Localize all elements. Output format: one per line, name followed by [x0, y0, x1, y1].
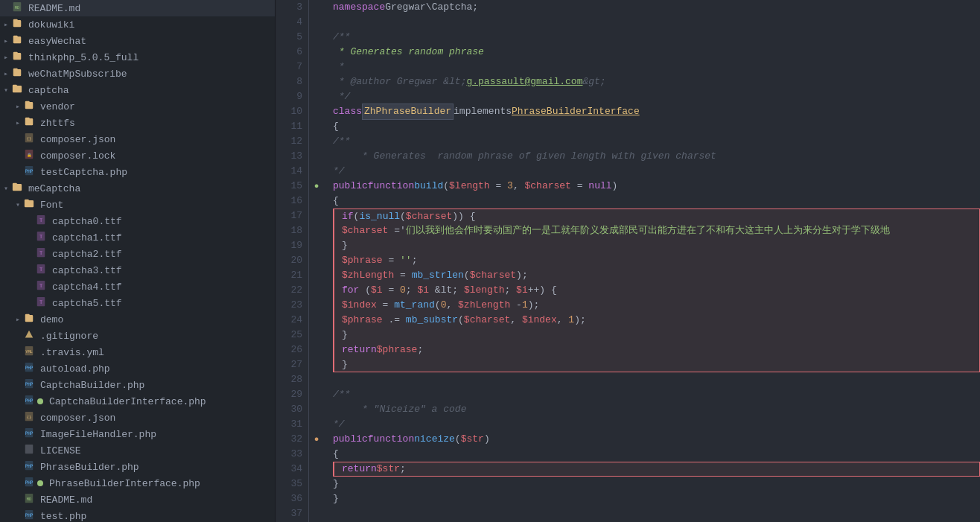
gutter-icon — [309, 104, 324, 119]
sidebar-item-weChatMpSubscribe[interactable]: ▸weChatMpSubscribe — [0, 66, 275, 82]
sidebar-item-label: .gitignore — [40, 331, 98, 342]
sidebar-item-captcha5-ttf[interactable]: Tcaptcha5.ttf — [0, 295, 275, 311]
sidebar-item-label: PhraseBuilder.php — [40, 462, 139, 473]
gutter-icon — [309, 343, 324, 357]
chevron-icon: ▸ — [0, 35, 12, 47]
sidebar-item-captcha3-ttf[interactable]: Tcaptcha3.ttf — [0, 262, 275, 278]
sidebar-item-dokuwiki[interactable]: ▸dokuwiki — [0, 16, 275, 33]
line-number: 35 — [281, 477, 302, 491]
chevron-icon — [12, 346, 24, 358]
chevron-icon — [12, 150, 24, 162]
line-number: 22 — [281, 283, 302, 298]
svg-text:MD: MD — [15, 5, 19, 10]
svg-text:PHP: PHP — [25, 168, 33, 174]
gutter-icon — [309, 298, 324, 313]
gutter-icon: ● — [309, 179, 324, 194]
line-number: 19 — [281, 238, 302, 253]
sidebar-item-composer-json[interactable]: {}composer.json — [0, 131, 275, 147]
gutter-icon — [309, 223, 324, 238]
chevron-icon — [24, 281, 36, 293]
svg-text:T: T — [39, 299, 42, 305]
code-line: if (is_null($charset)) { — [333, 209, 980, 223]
line-number: 20 — [281, 253, 302, 268]
sidebar-item-captcha4-ttf[interactable]: Tcaptcha4.ttf — [0, 278, 275, 295]
gutter-icon: ● — [309, 432, 324, 447]
sidebar-item-README-md[interactable]: MDREADME.md — [0, 491, 275, 508]
file-ttf-icon: T — [36, 264, 46, 277]
sidebar-item-Font[interactable]: ▾Font — [0, 197, 275, 213]
sidebar-item-captcha2-ttf[interactable]: Tcaptcha2.ttf — [0, 246, 275, 262]
sidebar-item-LICENSE[interactable]: LICENSE — [0, 442, 275, 459]
svg-text:PHP: PHP — [25, 430, 33, 436]
chevron-icon: ▾ — [0, 182, 12, 194]
line-number: 24 — [281, 313, 302, 328]
sidebar-item-readme-root[interactable]: MDREADME.md — [0, 0, 275, 16]
sidebar-item-label: vendor — [40, 101, 75, 112]
sidebar-item-meCaptcha[interactable]: ▾meCaptcha — [0, 180, 275, 197]
sidebar-item-label: README.md — [28, 3, 80, 14]
sidebar-item-label: composer.lock — [40, 150, 115, 162]
chevron-icon: ▾ — [0, 84, 12, 96]
chevron-icon: ▾ — [12, 199, 24, 211]
sidebar-item-CaptchaBuilder-php[interactable]: PHPCaptchaBuilder.php — [0, 377, 275, 393]
code-line: class ZhPhraseBuilder implements PhraseB… — [333, 104, 980, 119]
code-line: */ — [333, 164, 980, 179]
folder-icon — [24, 100, 34, 113]
sidebar-item-label: captcha2.ttf — [52, 249, 122, 260]
file-php-icon: PHP — [24, 477, 34, 490]
gutter-icon — [309, 0, 324, 15]
chevron-icon — [12, 363, 24, 375]
svg-text:T: T — [39, 234, 42, 239]
chevron-icon — [12, 510, 24, 522]
svg-text:PHP: PHP — [25, 365, 33, 370]
sidebar-item-captcha1-ttf[interactable]: Tcaptcha1.ttf — [0, 229, 275, 246]
sidebar-item-gitignore[interactable]: .gitignore — [0, 328, 275, 344]
sidebar-item-demo[interactable]: ▸demo — [0, 311, 275, 328]
line-number: 10 — [281, 104, 302, 119]
file-ttf-icon: T — [36, 247, 46, 261]
sidebar: MDREADME.md▸dokuwiki▸easyWechat▸thinkphp… — [0, 0, 276, 522]
gutter-icon — [309, 477, 324, 491]
sidebar-item-label: dokuwiki — [28, 19, 74, 31]
gutter-icon — [309, 387, 324, 402]
sidebar-item-label: captcha — [28, 85, 69, 96]
sidebar-item-composer-json-2[interactable]: {}composer.json — [0, 410, 275, 426]
chevron-icon: ▸ — [12, 117, 24, 129]
sidebar-item-label: ImageFileHandler.php — [40, 429, 156, 440]
line-number: 27 — [281, 357, 302, 372]
svg-rect-33 — [25, 445, 34, 453]
sidebar-item-test-php[interactable]: PHPtest.php — [0, 508, 275, 522]
gutter-icon — [309, 194, 324, 209]
sidebar-item-CaptchaBuilderInterface-php[interactable]: PHPCaptchaBuilderInterface.php — [0, 393, 275, 410]
line-number: 33 — [281, 447, 302, 462]
file-php-icon: PHP — [24, 165, 34, 179]
code-line: */ — [333, 417, 980, 432]
gutter-icon — [309, 74, 324, 89]
file-ttf-icon: T — [36, 231, 46, 244]
sidebar-item-label: composer.json — [40, 413, 115, 424]
gutter-icon — [309, 328, 324, 343]
code-line — [333, 15, 980, 30]
file-txt-icon — [24, 444, 34, 457]
file-gitignore-icon — [24, 329, 34, 343]
sidebar-item-ImageFileHandler-php[interactable]: PHPImageFileHandler.php — [0, 426, 275, 442]
line-number: 32 — [281, 432, 302, 447]
sidebar-item-vendor[interactable]: ▸vendor — [0, 98, 275, 115]
sidebar-item-testCaptcha-php[interactable]: PHPtestCaptcha.php — [0, 164, 275, 180]
sidebar-item-label: thinkphp_5.0.5_full — [28, 52, 139, 63]
sidebar-item-autoload-php[interactable]: PHPautoload.php — [0, 360, 275, 377]
sidebar-item-PhraseBuilder-php[interactable]: PHPPhraseBuilder.php — [0, 459, 275, 475]
sidebar-item-easyWechat[interactable]: ▸easyWechat — [0, 33, 275, 49]
sidebar-item-thinkphp_5.0.5_full[interactable]: ▸thinkphp_5.0.5_full — [0, 49, 275, 66]
sidebar-item-zhttfs[interactable]: ▸zhttfs — [0, 115, 275, 131]
line-number: 13 — [281, 149, 302, 164]
chevron-icon: ▸ — [0, 19, 12, 31]
gutter-icon — [309, 357, 324, 372]
line-number: 11 — [281, 119, 302, 134]
code-line: } — [333, 357, 980, 372]
sidebar-item-composer-lock[interactable]: 🔒composer.lock — [0, 147, 275, 164]
sidebar-item-travis[interactable]: YML.travis.yml — [0, 344, 275, 360]
sidebar-item-PhraseBuilderInterface-php[interactable]: PHPPhraseBuilderInterface.php — [0, 475, 275, 491]
sidebar-item-captcha[interactable]: ▾captcha — [0, 82, 275, 98]
sidebar-item-captcha0-ttf[interactable]: Tcaptcha0.ttf — [0, 213, 275, 229]
